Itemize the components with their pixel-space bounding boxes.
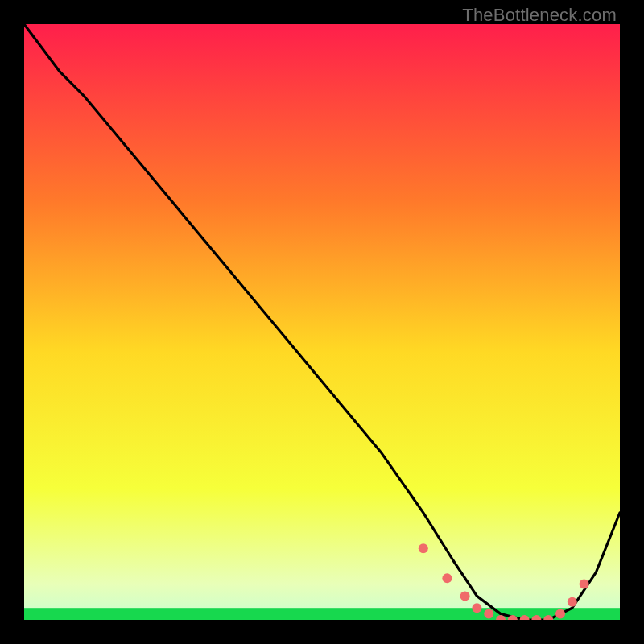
highlight-dot: [568, 597, 577, 607]
highlight-dot: [472, 603, 481, 613]
highlight-dot: [460, 591, 470, 601]
gradient-background: [24, 24, 620, 620]
chart-svg: [24, 24, 620, 620]
highlight-dot: [580, 580, 589, 589]
green-band: [24, 608, 620, 620]
watermark-text: TheBottleneck.com: [462, 5, 617, 26]
highlight-dot: [484, 609, 493, 619]
highlight-dot: [442, 573, 452, 583]
chart-container: [24, 24, 620, 620]
highlight-dot: [555, 609, 565, 619]
highlight-dot: [419, 543, 428, 553]
